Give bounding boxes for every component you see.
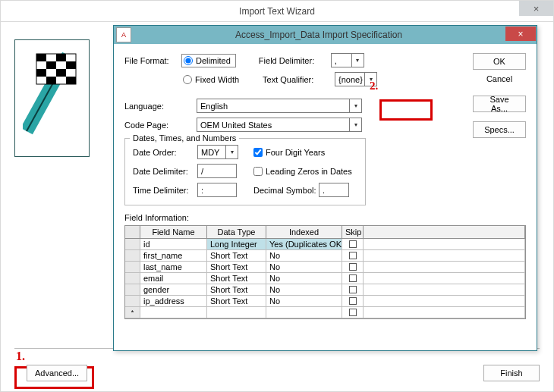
col-header-indexed: Indexed — [266, 226, 342, 238]
chevron-down-icon: ▾ — [225, 146, 238, 158]
table-row[interactable]: last_nameShort TextNo — [125, 262, 525, 273]
svg-rect-3 — [46, 61, 56, 69]
field-info-grid[interactable]: Field Name Data Type Indexed Skip idLong… — [124, 225, 526, 319]
cell-skip[interactable] — [342, 273, 364, 284]
new-row-marker: * — [125, 307, 140, 318]
cell-data-type[interactable]: Long Integer — [207, 239, 266, 249]
spec-titlebar: A Access_Import_Data Import Specificatio… — [114, 26, 537, 44]
cell-field-name[interactable]: first_name — [140, 250, 207, 261]
annotation-two: 2. — [370, 80, 378, 93]
cell-indexed[interactable]: No — [266, 273, 342, 284]
cell-indexed[interactable]: No — [266, 284, 342, 295]
svg-rect-1 — [36, 54, 46, 61]
cell-skip[interactable] — [342, 296, 364, 306]
spec-title: Access_Import_Data Import Specification — [131, 30, 537, 40]
cell-field-name[interactable]: gender — [140, 284, 207, 295]
leading-zeros-checkbox[interactable]: Leading Zeros in Dates — [253, 167, 352, 176]
cell-field-name[interactable]: id — [140, 239, 207, 249]
fixed-width-radio[interactable]: Fixed Width — [181, 73, 244, 86]
codepage-row: Code Page: OEM United States▾ — [124, 118, 526, 132]
table-new-row[interactable]: * — [125, 307, 525, 318]
file-format-row: File Format: Delimited Field Delimiter: … — [124, 53, 526, 67]
date-order-combo[interactable]: MDY▾ — [197, 145, 238, 159]
grid-header-row: Field Name Data Type Indexed Skip — [125, 226, 525, 239]
cell-data-type[interactable]: Short Text — [207, 250, 266, 261]
spec-button-column: OK Cancel Save As... Specs... — [473, 53, 526, 138]
wizard-title: Import Text Wizard — [239, 6, 315, 17]
wizard-image-panel — [14, 39, 90, 157]
import-specification-dialog: A Access_Import_Data Import Specificatio… — [113, 25, 537, 351]
close-icon: × — [518, 29, 523, 39]
specs-button[interactable]: Specs... — [473, 121, 526, 138]
finish-button[interactable]: Finish — [483, 365, 540, 381]
chevron-down-icon: ▾ — [349, 118, 361, 131]
cell-field-name[interactable]: ip_address — [140, 296, 207, 306]
cell-data-type[interactable]: Short Text — [207, 284, 266, 295]
ok-button[interactable]: OK — [473, 53, 526, 70]
svg-rect-2 — [56, 54, 66, 61]
decimal-symbol-label: Decimal Symbol: — [253, 186, 319, 195]
advanced-button[interactable]: Advanced... — [27, 365, 87, 381]
svg-rect-6 — [56, 69, 66, 77]
field-delimiter-combo[interactable]: ,▾ — [331, 53, 364, 67]
svg-rect-4 — [66, 61, 76, 69]
language-label: Language: — [124, 102, 197, 111]
checkered-flag-icon — [23, 48, 83, 139]
cell-skip[interactable] — [342, 284, 364, 295]
cell-data-type[interactable]: Short Text — [207, 262, 266, 272]
file-format-label: File Format: — [124, 56, 181, 65]
cell-skip[interactable] — [342, 262, 364, 272]
close-icon: × — [534, 3, 540, 14]
wizard-close-button[interactable]: × — [519, 1, 553, 16]
table-row[interactable]: ip_addressShort TextNo — [125, 296, 525, 307]
delimited-radio[interactable]: Delimited — [181, 54, 236, 67]
time-delim-input[interactable] — [197, 183, 237, 197]
cell-data-type[interactable]: Short Text — [207, 273, 266, 284]
access-icon: A — [116, 27, 131, 42]
col-header-skip: Skip — [342, 226, 364, 238]
cell-skip[interactable] — [342, 239, 364, 249]
fixed-width-row: Fixed Width Text Qualifier: {none}▾ — [124, 72, 526, 86]
date-delim-input[interactable] — [197, 164, 237, 178]
col-header-type: Data Type — [207, 226, 266, 238]
codepage-label: Code Page: — [124, 121, 197, 130]
wizard-titlebar: Import Text Wizard × — [1, 1, 553, 22]
wizard-footer: Advanced... Finish — [1, 355, 553, 391]
cell-data-type[interactable]: Short Text — [207, 296, 266, 306]
field-info-label: Field Information: — [124, 213, 526, 222]
table-row[interactable]: genderShort TextNo — [125, 284, 525, 296]
date-order-label: Date Order: — [133, 148, 197, 157]
table-row[interactable]: first_nameShort TextNo — [125, 250, 525, 262]
spec-close-button[interactable]: × — [505, 27, 536, 41]
cell-indexed[interactable]: No — [266, 250, 342, 261]
cell-indexed[interactable]: No — [266, 262, 342, 272]
fixed-width-radio-input[interactable] — [183, 75, 192, 84]
cancel-button[interactable]: Cancel — [473, 74, 526, 83]
cell-skip[interactable] — [342, 250, 364, 261]
spec-body: OK Cancel Save As... Specs... File Forma… — [114, 44, 537, 328]
codepage-combo[interactable]: OEM United States▾ — [197, 118, 362, 132]
four-digit-years-checkbox[interactable]: Four Digit Years — [253, 148, 325, 157]
text-qualifier-label: Text Qualifier: — [263, 75, 335, 84]
date-delim-label: Date Delimiter: — [133, 167, 197, 176]
language-combo[interactable]: English▾ — [197, 99, 362, 113]
language-row: Language: English▾ — [124, 99, 526, 113]
table-row[interactable]: emailShort TextNo — [125, 273, 525, 284]
decimal-symbol-input[interactable] — [319, 183, 349, 197]
svg-rect-8 — [66, 77, 76, 84]
table-row[interactable]: idLong IntegerYes (Duplicates OK) — [125, 239, 525, 250]
save-as-button[interactable]: Save As... — [473, 96, 526, 112]
field-delimiter-label: Field Delimiter: — [259, 56, 331, 65]
grid-body: idLong IntegerYes (Duplicates OK)first_n… — [125, 239, 525, 318]
cell-field-name[interactable]: email — [140, 273, 207, 284]
dates-group-legend: Dates, Times, and Numbers — [130, 133, 239, 143]
cell-indexed[interactable]: No — [266, 296, 342, 306]
time-delim-label: Time Delimiter: — [133, 186, 197, 195]
cell-field-name[interactable]: last_name — [140, 262, 207, 272]
chevron-down-icon: ▾ — [349, 99, 361, 112]
col-header-name: Field Name — [140, 226, 207, 238]
svg-rect-7 — [46, 77, 56, 84]
delimited-radio-input[interactable] — [184, 56, 193, 65]
import-text-wizard-window: Import Text Wizard × — [0, 0, 554, 392]
cell-indexed[interactable]: Yes (Duplicates OK) — [266, 239, 342, 249]
